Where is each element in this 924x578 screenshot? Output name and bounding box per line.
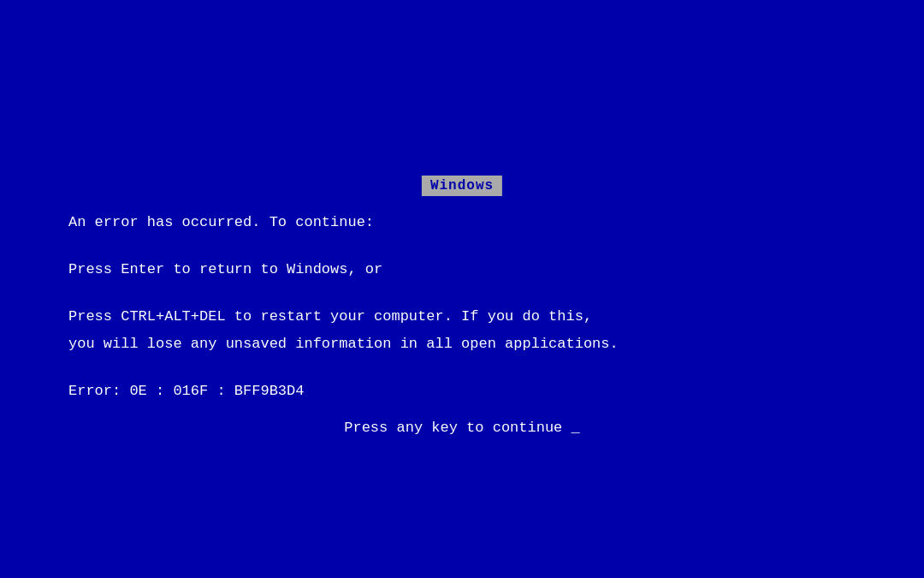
windows-title-bar: Windows	[422, 176, 502, 196]
spacer-2	[68, 237, 856, 258]
error-code-line: Error: 0E : 016F : BFF9B3D4	[68, 379, 856, 402]
spacer-3	[68, 284, 856, 305]
error-line-4: you will lose any unsaved information in…	[68, 332, 856, 355]
error-line-3: Press CTRL+ALT+DEL to restart your compu…	[68, 305, 856, 328]
bsod-screen: Windows An error has occurred. To contin…	[0, 0, 924, 578]
spacer-4	[68, 359, 856, 379]
bsod-content: An error has occurred. To continue: Pres…	[68, 190, 856, 439]
error-line-2: Press Enter to return to Windows, or	[68, 258, 856, 281]
error-line-1: An error has occurred. To continue:	[68, 211, 856, 234]
continue-prompt: Press any key to continue _	[68, 416, 856, 439]
